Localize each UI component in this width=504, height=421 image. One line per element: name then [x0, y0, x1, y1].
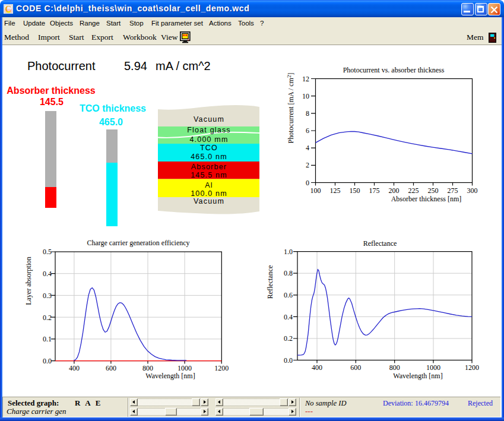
svg-text:0.0: 0.0: [284, 356, 293, 365]
svg-text:800: 800: [389, 363, 400, 372]
svg-text:400: 400: [312, 363, 322, 372]
svg-text:0.2: 0.2: [284, 334, 293, 343]
svg-text:Reflectance: Reflectance: [266, 265, 274, 299]
svg-text:300: 300: [467, 186, 478, 195]
svg-text:275: 275: [448, 186, 458, 195]
svg-text:1200: 1200: [465, 363, 479, 372]
svg-text:250: 250: [428, 186, 439, 195]
svg-text:0.8: 0.8: [284, 269, 293, 277]
svg-text:Wavelength [nm]: Wavelength [nm]: [145, 372, 195, 380]
svg-text:Al: Al: [205, 181, 213, 189]
svg-text:100: 100: [310, 186, 321, 195]
svg-text:Vacuum: Vacuum: [194, 115, 224, 124]
svg-text:800: 800: [142, 364, 153, 372]
svg-text:4: 4: [306, 144, 309, 152]
svg-text:0.4: 0.4: [284, 313, 293, 321]
svg-text:8: 8: [306, 109, 309, 118]
svg-text:1.0: 1.0: [284, 248, 293, 256]
svg-text:465.0: 465.0: [99, 117, 123, 127]
svg-text:1200: 1200: [214, 364, 229, 372]
svg-text:5.94: 5.94: [124, 59, 147, 72]
svg-text:Reflectance: Reflectance: [363, 239, 397, 248]
svg-text:0.2: 0.2: [43, 314, 52, 322]
svg-text:600: 600: [106, 364, 116, 372]
svg-text:465.0 nm: 465.0 nm: [191, 153, 227, 161]
svg-text:0.3: 0.3: [43, 292, 52, 300]
svg-text:TCO thickness: TCO thickness: [80, 103, 146, 113]
svg-text:175: 175: [369, 186, 380, 195]
svg-text:Absorber: Absorber: [191, 163, 227, 171]
svg-text:10: 10: [302, 92, 309, 100]
svg-text:Layer absorption: Layer absorption: [24, 257, 33, 305]
svg-text:145.5: 145.5: [40, 97, 64, 107]
svg-text:Photocurrent vs. absorber thic: Photocurrent vs. absorber thickness: [343, 66, 445, 74]
svg-text:200: 200: [389, 186, 400, 195]
svg-text:125: 125: [330, 186, 341, 195]
svg-text:225: 225: [408, 186, 419, 195]
svg-text:0.4: 0.4: [43, 270, 52, 278]
svg-text:Photocurrent: Photocurrent: [27, 59, 96, 72]
svg-text:2: 2: [306, 161, 309, 169]
svg-text:0: 0: [306, 179, 309, 187]
svg-text:600: 600: [350, 363, 361, 372]
svg-text:6: 6: [306, 126, 309, 135]
svg-text:Absorber thickness: Absorber thickness: [7, 86, 95, 96]
svg-text:1000: 1000: [426, 363, 440, 372]
svg-text:TCO: TCO: [200, 144, 218, 152]
svg-text:0.0: 0.0: [43, 357, 52, 365]
svg-text:150: 150: [350, 186, 360, 195]
svg-text:4.000 mm: 4.000 mm: [189, 135, 228, 144]
svg-text:12: 12: [302, 75, 309, 83]
svg-text:0.5: 0.5: [43, 248, 52, 256]
svg-text:400: 400: [69, 364, 80, 372]
svg-text:0.6: 0.6: [284, 291, 293, 299]
svg-text:145.5 nm: 145.5 nm: [191, 171, 227, 179]
svg-text:0.1: 0.1: [43, 335, 52, 343]
svg-text:Wavelength [nm]: Wavelength [nm]: [393, 372, 442, 380]
svg-text:1000: 1000: [177, 364, 192, 372]
svg-text:Absorber thickness [nm]: Absorber thickness [nm]: [391, 195, 462, 203]
svg-text:mA / cm^2: mA / cm^2: [156, 59, 211, 72]
svg-text:Photocurrent [mA / cm2]: Photocurrent [mA / cm2]: [286, 73, 295, 144]
svg-text:Vacuum: Vacuum: [194, 197, 224, 205]
svg-text:100.0 nm: 100.0 nm: [191, 189, 227, 198]
svg-text:Float glass: Float glass: [187, 126, 231, 134]
svg-text:Charge carrier generation effi: Charge carrier generation efficiency: [87, 239, 189, 247]
